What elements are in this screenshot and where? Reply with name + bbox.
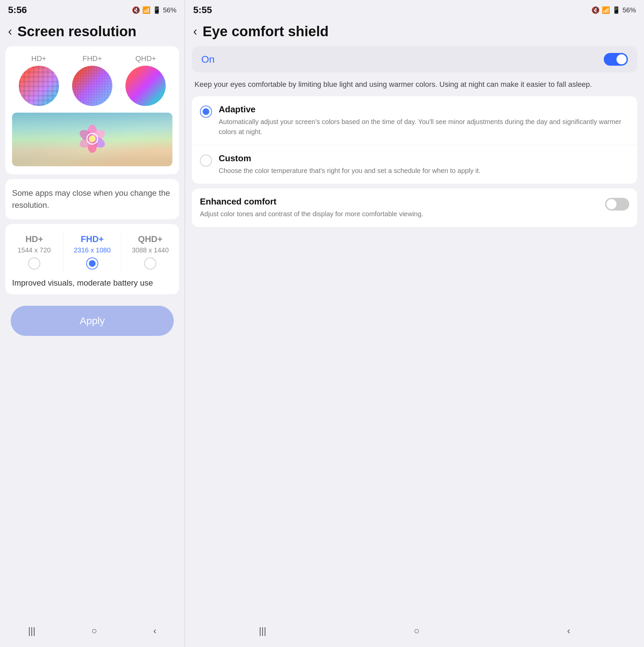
nav-bar-left: ||| ○ ‹ [0,617,184,647]
toggle-label: On [201,54,215,65]
recent-apps-icon-right[interactable]: ||| [259,626,266,636]
screen-resolution-panel: 5:56 🔇 📶 📱 56% ‹ Screen resolution HD+ [0,0,184,647]
page-title-right: Eye comfort shield [203,23,329,40]
resolution-circles-card: HD+ FHD+ QHD+ [5,46,179,174]
custom-mode-title: Custom [219,153,629,164]
enhanced-text: Enhanced comfort Adjust color tones and … [200,196,600,219]
back-nav-icon-right[interactable]: ‹ [567,626,570,636]
res-pixels-hd: 1544 x 720 [18,246,51,254]
back-button-right[interactable]: ‹ [193,25,197,38]
circle-label-qhd: QHD+ [135,54,156,63]
res-name-qhd: QHD+ [138,234,163,244]
custom-mode-option[interactable]: Custom Choose the color temperature that… [192,145,637,184]
mode-options-card: Adaptive Automatically adjust your scree… [192,96,637,184]
status-bar-left: 5:56 🔇 📶 📱 56% [0,0,184,18]
time-left: 5:56 [8,5,27,15]
preview-box [12,113,172,166]
top-bar-left: ‹ Screen resolution [0,18,184,46]
status-icons-right: 🔇 📶 📱 56% [591,6,636,14]
nav-bar-right: ||| ○ ‹ [185,617,644,647]
page-title-left: Screen resolution [17,23,137,40]
custom-radio[interactable] [200,155,212,167]
circle-item-hd[interactable]: HD+ [19,54,59,106]
top-bar-right: ‹ Eye comfort shield [185,18,644,46]
battery-right: 56% [623,6,636,14]
enhanced-comfort-toggle[interactable] [605,198,629,211]
battery-note: Improved visuals, moderate battery use [5,273,179,288]
radio-fhd[interactable] [86,257,98,270]
adaptive-mode-title: Adaptive [219,104,629,115]
signal-icon: 📱 [153,6,161,14]
eye-comfort-panel: 5:55 🔇 📶 📱 56% ‹ Eye comfort shield On K… [185,0,644,647]
enhanced-comfort-card: Enhanced comfort Adjust color tones and … [192,188,637,227]
back-nav-icon[interactable]: ‹ [153,626,156,636]
warning-text: Some apps may close when you change the … [12,187,172,211]
circle-item-fhd[interactable]: FHD+ [72,54,112,106]
wifi-icon-right: 📶 [602,6,610,14]
radio-fhd-inner [89,260,96,267]
home-icon-right[interactable]: ○ [414,626,420,636]
circle-label-hd: HD+ [31,54,46,63]
eye-comfort-toggle[interactable] [604,53,628,66]
resolution-option-fhd[interactable]: FHD+ 2316 x 1080 [63,231,121,273]
res-name-hd: HD+ [25,234,43,244]
mute-icon-right: 🔇 [591,6,600,14]
adaptive-mode-option[interactable]: Adaptive Automatically adjust your scree… [192,96,637,145]
signal-icon-right: 📱 [612,6,621,14]
status-icons-left: 🔇 📶 📱 56% [132,6,176,14]
resolution-option-hd[interactable]: HD+ 1544 x 720 [5,231,63,273]
resolution-option-qhd[interactable]: QHD+ 3088 x 1440 [121,231,179,273]
res-pixels-qhd: 3088 x 1440 [132,246,169,254]
home-icon[interactable]: ○ [92,626,97,636]
circle-label-fhd: FHD+ [83,54,102,63]
eye-comfort-description: Keep your eyes comfortable by limiting b… [192,77,637,92]
custom-mode-desc: Choose the color temperature that's righ… [219,166,629,176]
recent-apps-icon[interactable]: ||| [28,626,36,636]
res-name-fhd: FHD+ [81,234,104,244]
wifi-icon: 📶 [142,6,151,14]
apply-button[interactable]: Apply [11,306,174,336]
circle-qhd [125,66,166,106]
circle-hd [19,66,59,106]
adaptive-radio[interactable] [200,106,212,118]
back-button-left[interactable]: ‹ [8,25,12,38]
enhanced-desc: Adjust color tones and contrast of the d… [200,209,600,219]
circle-fhd [72,66,112,106]
radio-hd[interactable] [28,257,40,270]
adaptive-mode-desc: Automatically adjust your screen's color… [219,117,629,137]
toggle-knob [616,54,627,64]
circle-item-qhd[interactable]: QHD+ [125,54,166,106]
content-left: HD+ FHD+ QHD+ [0,46,184,617]
adaptive-radio-inner [203,108,209,115]
resolution-options-row: HD+ 1544 x 720 FHD+ 2316 x 1080 QHD+ 308… [5,231,179,273]
enhanced-title: Enhanced comfort [200,196,600,207]
custom-mode-text: Custom Choose the color temperature that… [219,153,629,176]
eye-content-area: On Keep your eyes comfortable by limitin… [185,46,644,617]
radio-qhd[interactable] [144,257,156,270]
preview-flower [77,124,107,154]
adaptive-mode-text: Adaptive Automatically adjust your scree… [219,104,629,137]
status-bar-right: 5:55 🔇 📶 📱 56% [185,0,644,18]
enhanced-toggle-knob [606,199,616,209]
res-pixels-fhd: 2316 x 1080 [74,246,111,254]
time-right: 5:55 [193,5,212,15]
battery-left: 56% [163,6,176,14]
resolution-selector-card: HD+ 1544 x 720 FHD+ 2316 x 1080 QHD+ 308… [5,224,179,294]
mute-icon: 🔇 [132,6,140,14]
apply-wrap: Apply [5,299,179,343]
resolution-circles-row: HD+ FHD+ QHD+ [12,54,172,106]
svg-point-6 [89,135,96,142]
warning-card: Some apps may close when you change the … [5,179,179,219]
on-off-toggle-card: On [192,46,637,72]
